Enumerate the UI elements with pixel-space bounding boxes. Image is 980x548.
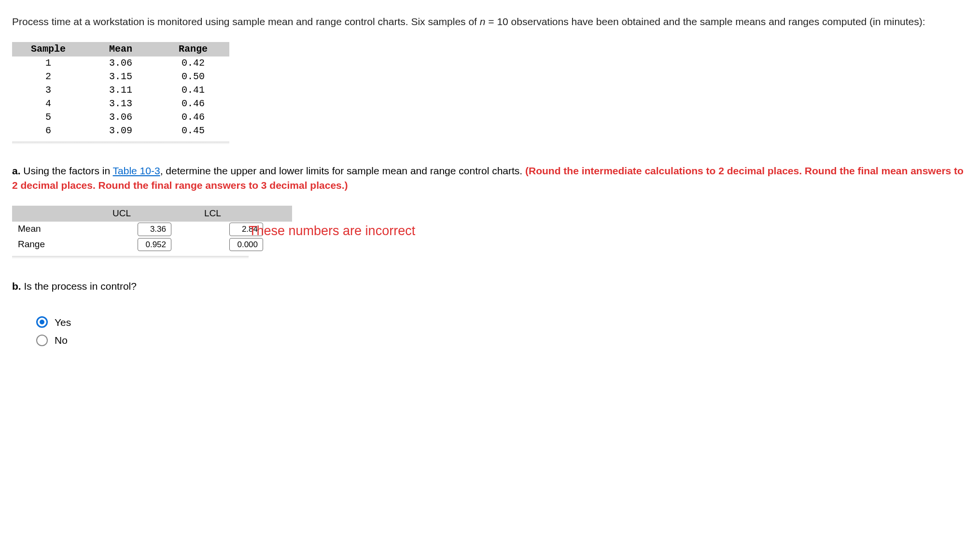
cell-mean: 3.09: [84, 124, 157, 138]
radio-row-no: No: [36, 333, 968, 347]
table-header-row: Sample Mean Range: [12, 42, 229, 56]
cell-range: 0.50: [157, 70, 229, 84]
problem-intro: Process time at a workstation is monitor…: [12, 14, 968, 28]
part-b-prompt: b. Is the process in control?: [12, 279, 968, 293]
radio-row-yes: Yes: [36, 315, 968, 329]
part-b-question: Is the process in control?: [21, 281, 137, 292]
cell-sample: 4: [12, 97, 84, 111]
cell-sample: 3: [12, 84, 84, 97]
part-a-after-link: , determine the upper and lower limits f…: [160, 165, 525, 176]
cell-range: 0.42: [157, 56, 229, 70]
sample-data-table: Sample Mean Range 13.060.4223.150.5033.1…: [12, 42, 229, 138]
limits-table-wrap: UCL LCL Mean 3.36 2.84 Range 0.952 0.000…: [12, 206, 968, 252]
limits-header-spacer: [12, 206, 109, 222]
header-sample: Sample: [12, 42, 84, 56]
intro-text-before: Process time at a workstation is monitor…: [12, 16, 480, 27]
cell-mean: 3.13: [84, 97, 157, 111]
cell-mean: 3.15: [84, 70, 157, 84]
part-a-before-link: Using the factors in: [21, 165, 113, 176]
table-row: 63.090.45: [12, 124, 229, 138]
radio-yes-label: Yes: [55, 315, 71, 329]
limits-mean-label: Mean: [12, 222, 109, 237]
ucl-header: UCL: [109, 206, 200, 222]
limits-range-label: Range: [12, 237, 109, 253]
cell-sample: 2: [12, 70, 84, 84]
cell-range: 0.45: [157, 124, 229, 138]
limits-header-row: UCL LCL: [12, 206, 292, 222]
radio-no[interactable]: [36, 335, 48, 346]
cell-range: 0.41: [157, 84, 229, 97]
table-row: 13.060.42: [12, 56, 229, 70]
limits-shadow: [12, 256, 249, 259]
header-range: Range: [157, 42, 229, 56]
cell-range: 0.46: [157, 111, 229, 124]
table-10-3-link[interactable]: Table 10-3: [113, 165, 160, 176]
radio-yes[interactable]: [36, 316, 48, 328]
radio-group: Yes No: [12, 315, 968, 348]
part-a-prompt: a. Using the factors in Table 10-3, dete…: [12, 164, 968, 192]
part-b-label: b.: [12, 281, 21, 292]
cell-sample: 1: [12, 56, 84, 70]
incorrect-annotation: These numbers are incorrect: [249, 222, 415, 240]
table-row: 33.110.41: [12, 84, 229, 97]
cell-sample: 5: [12, 111, 84, 124]
intro-n: n: [480, 16, 486, 27]
header-mean: Mean: [84, 42, 157, 56]
radio-yes-dot: [40, 320, 44, 324]
cell-sample: 6: [12, 124, 84, 138]
cell-range: 0.46: [157, 97, 229, 111]
table-row: 43.130.46: [12, 97, 229, 111]
radio-no-label: No: [55, 333, 68, 347]
mean-ucl-input[interactable]: 3.36: [138, 223, 171, 236]
cell-mean: 3.11: [84, 84, 157, 97]
table-shadow: [12, 141, 229, 144]
part-a-label: a.: [12, 165, 21, 176]
cell-mean: 3.06: [84, 56, 157, 70]
range-ucl-input[interactable]: 0.952: [138, 238, 171, 252]
lcl-header: LCL: [200, 206, 292, 222]
intro-text-after: = 10 observations have been obtained and…: [485, 16, 925, 27]
table-row: 53.060.46: [12, 111, 229, 124]
cell-mean: 3.06: [84, 111, 157, 124]
table-row: 23.150.50: [12, 70, 229, 84]
